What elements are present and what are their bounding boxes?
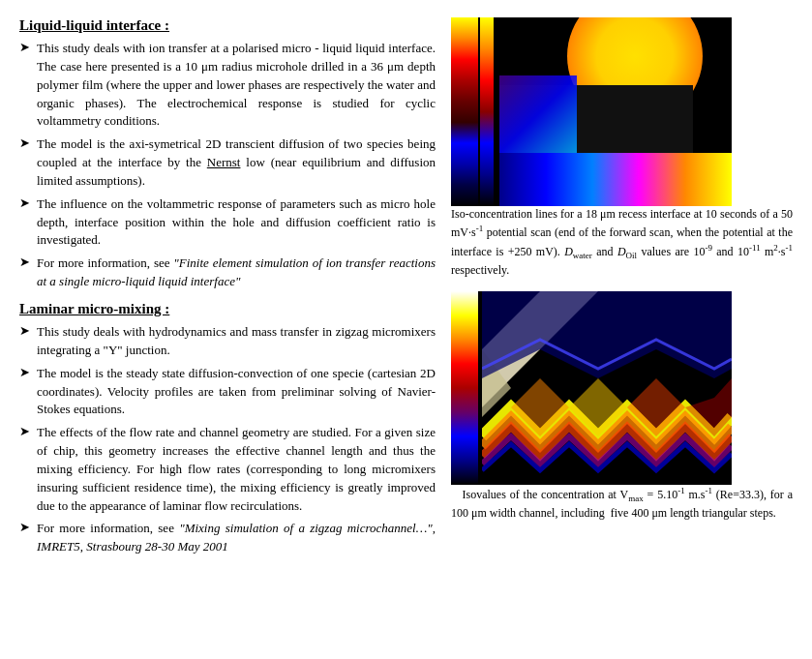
bullet-arrow: ➤ (19, 520, 33, 535)
left-gradient (499, 75, 577, 153)
bullet2-3: ➤ The effects of the flow rate and chann… (19, 424, 436, 515)
image2-wrapper: Isovalues of the concentration at Vmax =… (451, 291, 793, 523)
bullet-arrow: ➤ (19, 424, 33, 439)
bullet1-3-text: The influence on the voltammetric respon… (37, 195, 436, 251)
bullet-arrow: ➤ (19, 255, 33, 270)
section2: Laminar micro-mixing : ➤ This study deal… (19, 301, 436, 556)
bullet2-1: ➤ This study deals with hydrodynamics an… (19, 323, 436, 360)
section1-bullets: ➤ This study deals with ion transfer at … (19, 40, 436, 291)
bullet1-2: ➤ The model is the axi-symetrical 2D tra… (19, 135, 436, 191)
bullet2-4: ➤ For more information, see "Mixing simu… (19, 520, 436, 556)
zigzag-svg (482, 291, 732, 485)
section1-title: Liquid-liquid interface : (19, 17, 436, 34)
bullet1-3: ➤ The influence on the voltammetric resp… (19, 195, 436, 251)
bullet-arrow: ➤ (19, 195, 33, 211)
bullet1-4: ➤ For more information, see "Finite elem… (19, 255, 436, 291)
right-column: Iso-concentration lines for a 18 μm rece… (451, 17, 793, 566)
section2-bullets: ➤ This study deals with hydrodynamics an… (19, 323, 436, 556)
plot-area1 (499, 17, 732, 206)
bullet-arrow: ➤ (19, 40, 33, 55)
section1: Liquid-liquid interface : ➤ This study d… (19, 17, 436, 291)
image1-wrapper: Iso-concentration lines for a 18 μm rece… (451, 17, 793, 280)
bullet2-2: ➤ The model is the steady state diffusio… (19, 365, 436, 420)
colorbar2 (480, 17, 494, 206)
left-column: Liquid-liquid interface : ➤ This study d… (19, 17, 436, 566)
main-layout: Liquid-liquid interface : ➤ This study d… (19, 17, 793, 566)
image2 (451, 291, 732, 485)
bottom-band (499, 153, 732, 206)
bullet2-1-text: This study deals with hydrodynamics and … (37, 323, 436, 360)
bullet1-1-text: This study deals with ion transfer at a … (37, 40, 436, 131)
bullet-arrow: ➤ (19, 135, 33, 151)
section2-title: Laminar micro-mixing : (19, 301, 436, 317)
bullet1-1: ➤ This study deals with ion transfer at … (19, 40, 436, 131)
colorbar3 (451, 291, 478, 485)
bullet-arrow: ➤ (19, 323, 33, 339)
colorbar1 (451, 17, 478, 206)
bullet-arrow: ➤ (19, 365, 33, 380)
zigzag-area (482, 291, 732, 485)
image1 (451, 17, 732, 206)
bullet2-2-text: The model is the steady state diffusion-… (37, 365, 436, 420)
bullet1-2-text: The model is the axi-symetrical 2D trans… (37, 135, 436, 191)
bullet2-3-text: The effects of the flow rate and channel… (37, 424, 436, 515)
bullet2-4-text: For more information, see "Mixing simula… (37, 520, 436, 556)
image2-caption: Isovalues of the concentration at Vmax =… (451, 485, 793, 523)
bullet1-4-text: For more information, see "Finite elemen… (37, 255, 436, 291)
image1-caption: Iso-concentration lines for a 18 μm rece… (451, 206, 793, 280)
